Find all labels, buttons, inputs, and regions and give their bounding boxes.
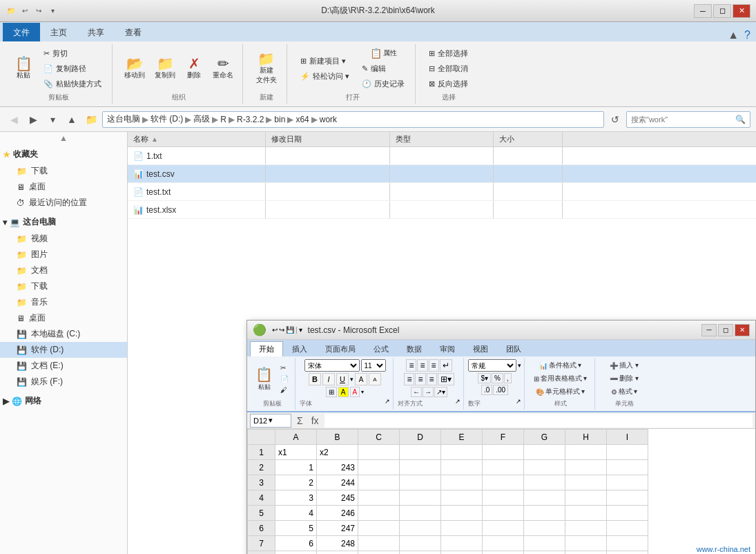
cell-c7[interactable]	[358, 536, 400, 551]
invert-select-button[interactable]: ⊠ 反向选择	[424, 77, 473, 91]
col-date[interactable]: 修改日期	[266, 132, 390, 146]
col-header-a[interactable]: A	[275, 430, 317, 445]
excel-tab-review[interactable]: 审阅	[431, 341, 464, 356]
cell-i8[interactable]	[607, 551, 648, 555]
cell-h8[interactable]	[565, 551, 607, 555]
excel-undo-btn[interactable]: ↩	[272, 326, 278, 334]
back-button[interactable]: ◀	[6, 111, 22, 128]
percent-btn[interactable]: %	[492, 373, 503, 383]
sidebar-item-documents[interactable]: 📁 文档	[0, 262, 127, 278]
cell-a7[interactable]: 6	[275, 536, 317, 551]
cell-h2[interactable]	[565, 460, 607, 475]
new-folder-button[interactable]: 📁 新建 文件夹	[253, 50, 280, 87]
cell-c6[interactable]	[358, 521, 400, 536]
cell-i5[interactable]	[607, 506, 648, 521]
cell-e1[interactable]	[441, 445, 483, 460]
sidebar-item-desktop2[interactable]: 🖥 桌面	[0, 310, 127, 326]
cell-c5[interactable]	[358, 506, 400, 521]
easy-access-button[interactable]: ⚡ 轻松访问 ▾	[295, 69, 354, 84]
excel-save-btn[interactable]: 💾	[286, 326, 294, 334]
dropdown-nav-button[interactable]: ▾	[44, 111, 61, 128]
new-item-button[interactable]: ⊞ 新建项目 ▾	[295, 54, 354, 68]
sidebar-item-recent[interactable]: ⏱ 最近访问的位置	[0, 195, 127, 211]
indent-dec-btn[interactable]: ←	[411, 387, 422, 397]
cell-f6[interactable]	[483, 521, 524, 536]
cell-i4[interactable]	[607, 490, 648, 506]
insert-cell-btn[interactable]: ➕ 插入 ▾	[606, 359, 642, 372]
bc-x64[interactable]: x64	[295, 115, 309, 124]
cell-a4[interactable]: 3	[275, 490, 317, 506]
cell-i2[interactable]	[607, 460, 648, 475]
bc-bin[interactable]: bin	[274, 115, 285, 124]
col-header-f[interactable]: F	[483, 430, 524, 445]
excel-paste-btn[interactable]: 📋 粘贴	[253, 364, 275, 394]
cell-style-btn[interactable]: 🎨 单元格样式 ▾	[532, 385, 589, 398]
comma-btn[interactable]: ,	[504, 373, 512, 383]
col-header-h[interactable]: H	[565, 430, 607, 445]
sidebar-item-drive-e[interactable]: 💾 文档 (E:)	[0, 358, 127, 374]
excel-format-btn[interactable]: 🖌	[277, 385, 292, 395]
cell-b7[interactable]: 248	[317, 536, 358, 551]
col-header-d[interactable]: D	[400, 430, 441, 445]
cell-i3[interactable]	[607, 475, 648, 490]
computer-header[interactable]: ▾ 💻 这台电脑	[0, 213, 127, 231]
delete-button[interactable]: ✗ 删除	[182, 55, 206, 82]
close-button[interactable]: ✕	[733, 4, 750, 18]
cell-f3[interactable]	[483, 475, 524, 490]
cell-h6[interactable]	[565, 521, 607, 536]
excel-restore-btn[interactable]: ◻	[718, 324, 733, 336]
bold-button[interactable]: B	[309, 373, 321, 385]
cell-g8[interactable]	[524, 551, 565, 555]
sidebar-item-downloads2[interactable]: 📁 下载	[0, 278, 127, 294]
paste-shortcut-button[interactable]: 📎 粘贴快捷方式	[39, 77, 106, 91]
search-icon[interactable]: 🔍	[735, 115, 746, 124]
cell-d5[interactable]	[400, 506, 441, 521]
file-item-testxlsx[interactable]: 📊 test.xlsx	[128, 201, 756, 219]
cell-e4[interactable]	[441, 490, 483, 506]
col-header-b[interactable]: B	[317, 430, 358, 445]
cell-f1[interactable]	[483, 445, 524, 460]
cell-d3[interactable]	[400, 475, 441, 490]
formula-fx-icon[interactable]: fx	[309, 415, 322, 426]
undo-icon[interactable]: ↩	[19, 6, 30, 17]
font-name-select[interactable]: 宋体	[304, 359, 360, 372]
col-size[interactable]: 大小	[494, 132, 563, 146]
dropdown-icon[interactable]: ▾	[47, 6, 58, 17]
minimize-button[interactable]: ─	[694, 4, 712, 18]
cell-b1[interactable]: x2	[317, 445, 358, 460]
currency-btn[interactable]: $▾	[478, 373, 491, 383]
excel-tab-team[interactable]: 团队	[497, 341, 530, 356]
font-expand-icon[interactable]: ↗	[385, 398, 390, 408]
rename-button[interactable]: ✏ 重命名	[209, 55, 237, 82]
cell-h5[interactable]	[565, 506, 607, 521]
forward-button[interactable]: ▶	[25, 111, 41, 128]
col-type[interactable]: 类型	[390, 132, 494, 146]
color-dropdown[interactable]: ▾	[361, 389, 364, 395]
font-size-select[interactable]: 11	[361, 359, 386, 372]
border-btn[interactable]: ⊞	[326, 387, 337, 397]
formula-input[interactable]	[324, 414, 753, 428]
align-bot-btn[interactable]: ≡	[429, 359, 439, 372]
cell-e8[interactable]	[441, 551, 483, 555]
excel-cut-btn[interactable]: ✂	[277, 363, 292, 373]
cell-d7[interactable]	[400, 536, 441, 551]
file-item-testtxt[interactable]: 📄 test.txt	[128, 183, 756, 201]
cell-f5[interactable]	[483, 506, 524, 521]
cell-g4[interactable]	[524, 490, 565, 506]
number-format-select[interactable]: 常规	[468, 359, 516, 372]
fill-btn[interactable]: A	[338, 387, 349, 397]
dec-dec-btn[interactable]: .00	[493, 385, 508, 395]
sidebar-item-drive-f[interactable]: 💾 娱乐 (F:)	[0, 374, 127, 390]
cell-c4[interactable]	[358, 490, 400, 506]
delete-cell-btn[interactable]: ➖ 删除 ▾	[606, 372, 642, 385]
cell-g6[interactable]	[524, 521, 565, 536]
underline-button[interactable]: U	[336, 373, 349, 385]
sidebar-item-drive-c[interactable]: 💾 本地磁盘 (C:)	[0, 326, 127, 342]
cell-d4[interactable]	[400, 490, 441, 506]
cell-d6[interactable]	[400, 521, 441, 536]
bc-computer[interactable]: 这台电脑	[107, 113, 140, 125]
italic-button[interactable]: I	[322, 373, 335, 385]
search-box[interactable]: 🔍	[626, 111, 750, 128]
align-expand-icon[interactable]: ↗	[455, 398, 461, 408]
cell-c8[interactable]	[358, 551, 400, 555]
